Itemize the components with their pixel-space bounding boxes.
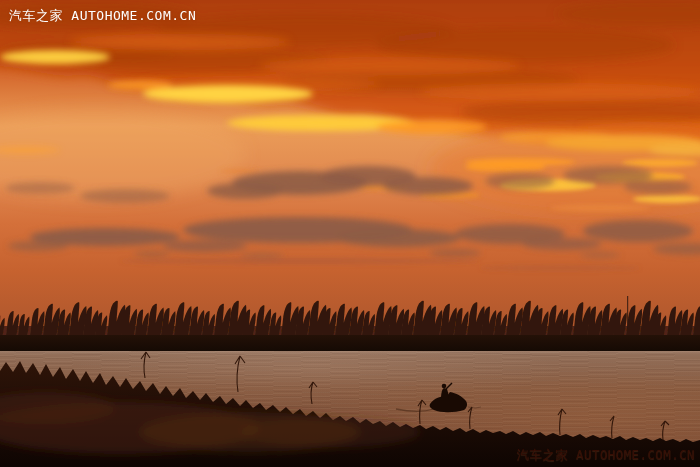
sunset-lake-photo: 汽车之家 AUTOHOME.COM.CN 汽车之家 AUTOHOME.COM.C…	[0, 0, 700, 467]
watermark-top-left: 汽车之家 AUTOHOME.COM.CN	[9, 7, 196, 25]
watermark-bottom-right: 汽车之家 AUTOHOME.COM.CN	[517, 447, 695, 464]
